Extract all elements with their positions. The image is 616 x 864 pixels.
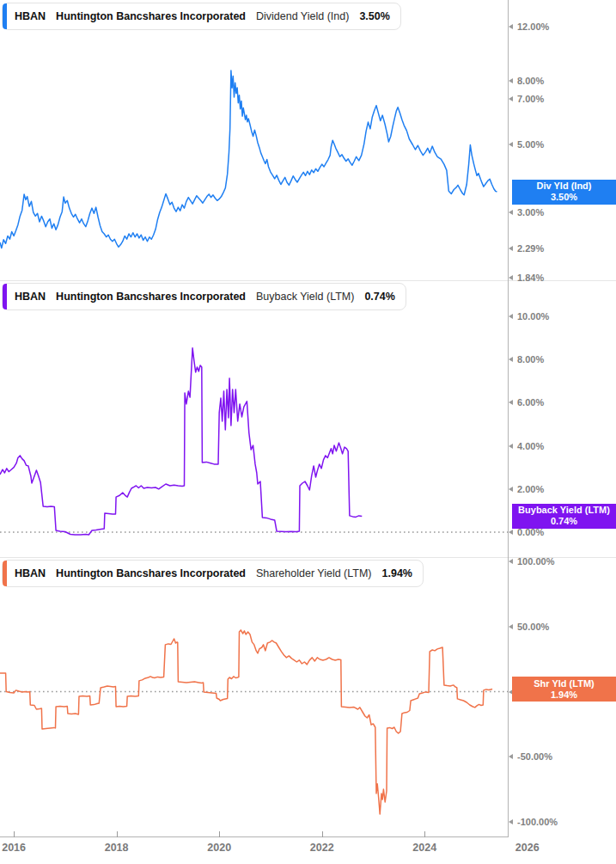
y-axis-tick-label: 100.00% [509, 555, 554, 567]
y-axis-tick-label: 2.00% [509, 483, 544, 495]
metric-value: 0.74% [364, 291, 394, 303]
company-name: Huntington Bancshares Incorporated [56, 10, 246, 22]
chart-plot-area[interactable] [0, 0, 616, 864]
y-axis-tick-label: 10.00% [509, 310, 549, 322]
x-axis-year-label: 2020 [207, 842, 231, 854]
tick-arrow-icon [509, 400, 513, 405]
tick-text: 5.00% [517, 139, 544, 150]
series-accent-bar [3, 561, 7, 586]
y-axis-tick-label: 5.00% [509, 138, 544, 150]
last-value-badge-shareholder-yield: Shr Yld (LTM) 1.94% [512, 677, 616, 702]
tick-arrow-icon [509, 357, 513, 362]
tick-text: 100.00% [517, 556, 554, 567]
dividend-yield-line [0, 70, 497, 248]
tick-text: 8.00% [517, 354, 544, 365]
tick-arrow-icon [509, 754, 513, 759]
tick-text: 8.00% [517, 76, 544, 86]
tick-arrow-icon [509, 246, 513, 251]
buyback-yield-line [0, 348, 362, 535]
y-axis-tick-label: 4.00% [509, 440, 544, 452]
badge-value: 0.74% [551, 516, 577, 527]
tick-arrow-icon [509, 819, 513, 824]
x-axis-tick-mark [424, 831, 425, 837]
badge-label: Buyback Yield (LTM) [518, 505, 610, 516]
metric-name: Buyback Yield (LTM) [256, 291, 354, 303]
y-axis-tick-label: 6.00% [509, 396, 544, 408]
tick-arrow-icon [509, 142, 513, 147]
shareholder-yield-line [0, 630, 492, 814]
chart-workspace: HBAN Huntington Bancshares Incorporated … [0, 0, 616, 864]
tick-text: 2.29% [517, 243, 544, 254]
y-axis-tick-label: 12.00% [509, 21, 549, 33]
tick-text: -50.00% [517, 751, 552, 762]
x-axis-tick-mark [219, 831, 220, 837]
tick-text: -100.00% [517, 817, 558, 827]
tick-arrow-icon [509, 444, 513, 449]
y-axis-tick-label: 8.00% [509, 353, 544, 365]
y-axis-tick-label: -50.00% [509, 751, 552, 763]
x-axis-year-label: 2022 [310, 842, 334, 854]
last-value-badge-div-yield: Div Yld (Ind) 3.50% [512, 180, 616, 205]
metric-value: 1.94% [382, 567, 412, 579]
x-axis-year-label: 2024 [412, 842, 436, 854]
tick-text: 1.84% [517, 273, 544, 283]
tick-text: 6.00% [517, 397, 544, 407]
y-axis-tick-label: 50.00% [509, 621, 549, 633]
last-value-badge-buyback-yield: Buyback Yield (LTM) 0.74% [512, 504, 616, 529]
y-axis-tick-label: 2.29% [509, 242, 544, 254]
tick-text: 4.00% [517, 441, 544, 451]
series-header-dividend-yield[interactable]: HBAN Huntington Bancshares Incorporated … [2, 3, 401, 30]
y-axis-tick-label: 1.84% [509, 272, 544, 284]
tick-arrow-icon [509, 210, 513, 215]
series-accent-bar [3, 284, 7, 309]
tick-text: 7.00% [517, 94, 544, 104]
tick-text: 10.00% [517, 311, 549, 322]
badge-value: 3.50% [551, 192, 577, 203]
y-axis-tick-label: 7.00% [509, 93, 544, 105]
ticker-symbol: HBAN [15, 10, 46, 22]
series-header-buyback-yield[interactable]: HBAN Huntington Bancshares Incorporated … [2, 283, 406, 310]
tick-arrow-icon [509, 624, 513, 629]
series-header-shareholder-yield[interactable]: HBAN Huntington Bancshares Incorporated … [2, 560, 424, 587]
tick-arrow-icon [509, 559, 513, 564]
x-axis-tick-mark [322, 831, 323, 837]
y-axis-tick-label: -100.00% [509, 816, 558, 828]
series-accent-bar [3, 3, 7, 29]
tick-arrow-icon [509, 530, 513, 535]
x-axis-tick-mark [14, 831, 15, 837]
tick-text: 12.00% [517, 21, 549, 32]
tick-arrow-icon [509, 78, 513, 83]
x-axis-tick-mark [117, 831, 118, 837]
x-axis-year-label: 2016 [2, 842, 26, 854]
metric-name: Shareholder Yield (LTM) [256, 567, 372, 579]
company-name: Huntington Bancshares Incorporated [56, 291, 246, 303]
badge-value: 1.94% [551, 689, 577, 701]
tick-text: 2.00% [517, 484, 544, 494]
tick-arrow-icon [509, 275, 513, 280]
ticker-symbol: HBAN [15, 567, 46, 579]
tick-arrow-icon [509, 314, 513, 319]
tick-arrow-icon [509, 24, 513, 29]
x-axis-line [0, 836, 509, 837]
company-name: Huntington Bancshares Incorporated [56, 567, 246, 579]
y-axis-tick-label: 3.00% [509, 206, 544, 218]
metric-value: 3.50% [359, 10, 389, 22]
tick-text: 3.00% [517, 207, 544, 218]
y-axis-tick-label: 8.00% [509, 75, 544, 87]
tick-arrow-icon [509, 96, 513, 101]
y-axis-line [508, 0, 509, 837]
x-axis-year-label: 2026 [515, 842, 540, 854]
badge-label: Shr Yld (LTM) [534, 678, 594, 689]
badge-label: Div Yld (Ind) [537, 181, 592, 192]
x-axis-year-label: 2018 [105, 842, 129, 854]
tick-arrow-icon [509, 487, 513, 492]
tick-text: 50.00% [517, 622, 549, 632]
metric-name: Dividend Yield (Ind) [256, 10, 349, 22]
ticker-symbol: HBAN [15, 291, 46, 303]
